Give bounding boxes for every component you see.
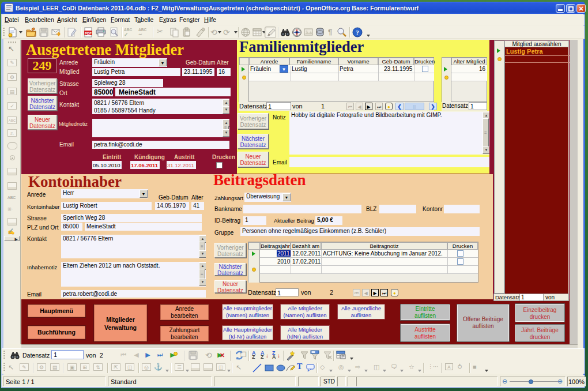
svg-text:PDF: PDF [85,32,92,35]
svg-text:?: ? [356,29,359,36]
